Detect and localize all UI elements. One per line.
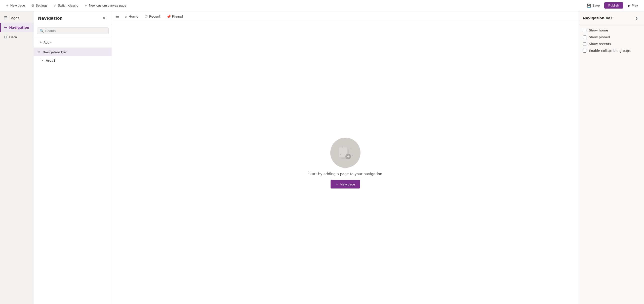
pinned-icon: 📌	[167, 15, 171, 19]
switch-classic-label: Switch classic	[58, 4, 78, 7]
new-page-canvas-button[interactable]: ＋ New page	[331, 180, 360, 188]
new-page-label: New page	[10, 4, 25, 7]
nav-bar-icon: ≡	[37, 50, 41, 54]
publish-button[interactable]: Publish	[604, 2, 623, 9]
home-icon: ⌂	[125, 15, 127, 19]
empty-illustration: + ✦ ✦ ✦ ✦	[330, 138, 360, 168]
svg-text:✦: ✦	[342, 146, 344, 148]
navigation-icon: ⇥	[4, 25, 7, 30]
settings-button[interactable]: ⚙ Settings	[29, 2, 50, 9]
close-icon: ✕	[103, 16, 106, 20]
search-icon: 🔍	[40, 29, 44, 33]
enable-collapsible-checkbox[interactable]	[583, 49, 586, 53]
new-page-plus-icon: ＋	[336, 182, 339, 186]
top-toolbar: ＋ New page ⚙ Settings ⇄ Switch classic ＋…	[0, 0, 644, 11]
new-page-canvas-label: New page	[340, 182, 355, 186]
show-recents-row[interactable]: Show recents	[583, 42, 640, 46]
play-icon: ▶	[628, 4, 630, 8]
nav-link-pinned-label: Pinned	[172, 15, 183, 18]
sidebar-item-pages[interactable]: ☰ Pages	[0, 13, 34, 23]
empty-pages-svg: + ✦ ✦ ✦ ✦	[337, 144, 354, 162]
add-label: Add	[44, 41, 49, 44]
nav-link-pinned[interactable]: 📌 Pinned	[164, 13, 186, 20]
canvas-empty: + ✦ ✦ ✦ ✦ Start by adding a page to your…	[112, 22, 579, 304]
sidebar-pages-label: Pages	[9, 16, 19, 20]
right-panel: Navigation bar ❯ Show home Show pinned S…	[579, 11, 644, 304]
play-label: Play	[632, 4, 638, 7]
gear-icon: ⚙	[31, 4, 34, 8]
right-panel-header: Navigation bar ❯	[579, 11, 644, 25]
play-button[interactable]: ▶ Play	[625, 2, 641, 9]
content-nav-header: ☰ ⌂ Home ⏱ Recent 📌 Pinned	[112, 11, 579, 22]
save-icon: 💾	[587, 4, 591, 8]
nav-link-recent[interactable]: ⏱ Recent	[142, 13, 163, 20]
plus-icon: ＋	[6, 3, 9, 8]
chevron-right-icon: ▸	[42, 59, 43, 62]
enable-collapsible-label: Enable collapsible groups	[589, 49, 631, 53]
main-area: ☰ Pages ⇥ Navigation ⊟ Data Navigation ✕…	[0, 11, 644, 304]
show-home-checkbox[interactable]	[583, 29, 586, 32]
left-sidebar: ☰ Pages ⇥ Navigation ⊟ Data	[0, 11, 34, 304]
nav-add-row: ＋ Add ▾	[34, 37, 112, 48]
right-panel-chevron-icon: ❯	[635, 16, 638, 20]
svg-text:+: +	[346, 154, 350, 159]
nav-link-recent-label: Recent	[149, 15, 160, 18]
nav-link-home[interactable]: ⌂ Home	[123, 13, 141, 20]
toolbar-right: 💾 Save Publish ▶ Play	[584, 2, 641, 9]
nav-bar-links: ⌂ Home ⏱ Recent 📌 Pinned	[123, 13, 185, 20]
new-custom-canvas-button[interactable]: ＋ New custom canvas page	[82, 2, 129, 9]
nav-link-home-label: Home	[129, 15, 138, 18]
svg-text:✦: ✦	[340, 154, 341, 156]
nav-add-button[interactable]: ＋ Add ▾	[37, 39, 54, 46]
show-recents-label: Show recents	[589, 42, 611, 46]
add-icon: ＋	[39, 40, 43, 45]
nav-search-container: 🔍	[37, 27, 109, 34]
publish-label: Publish	[608, 4, 619, 7]
plus-canvas-icon: ＋	[84, 3, 88, 8]
sidebar-item-data[interactable]: ⊟ Data	[0, 32, 34, 42]
search-input[interactable]	[45, 29, 106, 33]
show-pinned-label: Show pinned	[589, 35, 610, 39]
nav-item-navigation-bar[interactable]: ≡ Navigation bar	[34, 48, 112, 56]
settings-label: Settings	[36, 4, 48, 7]
new-custom-canvas-label: New custom canvas page	[89, 4, 126, 7]
recent-icon: ⏱	[144, 15, 148, 19]
show-recents-checkbox[interactable]	[583, 42, 586, 46]
right-panel-title: Navigation bar	[583, 16, 612, 20]
new-page-button[interactable]: ＋ New page	[3, 2, 28, 9]
nav-item-navigation-bar-label: Navigation bar	[43, 50, 67, 54]
data-icon: ⊟	[4, 35, 7, 39]
sidebar-item-navigation[interactable]: ⇥ Navigation	[0, 23, 34, 32]
nav-panel-title: Navigation	[38, 16, 63, 21]
show-home-row[interactable]: Show home	[583, 28, 640, 32]
save-label: Save	[592, 4, 600, 7]
nav-search-wrap: 🔍	[34, 25, 112, 37]
pages-icon: ☰	[4, 16, 7, 20]
switch-icon: ⇄	[54, 4, 57, 8]
enable-collapsible-row[interactable]: Enable collapsible groups	[583, 49, 640, 53]
empty-state-text: Start by adding a page to your navigatio…	[308, 172, 382, 176]
chevron-down-icon: ▾	[50, 41, 52, 44]
svg-text:✦: ✦	[350, 148, 352, 150]
switch-classic-button[interactable]: ⇄ Switch classic	[51, 2, 81, 9]
nav-list: ≡ Navigation bar ▸ Area1	[34, 48, 112, 304]
svg-text:✦: ✦	[352, 155, 353, 157]
sidebar-data-label: Data	[9, 35, 17, 39]
hamburger-icon[interactable]: ☰	[115, 14, 119, 19]
show-home-label: Show home	[589, 28, 608, 32]
show-pinned-checkbox[interactable]	[583, 35, 586, 39]
nav-panel-close-button[interactable]: ✕	[101, 15, 108, 22]
nav-item-area1-label: Area1	[46, 59, 55, 62]
sidebar-navigation-label: Navigation	[9, 26, 29, 29]
show-pinned-row[interactable]: Show pinned	[583, 35, 640, 39]
nav-item-area1[interactable]: ▸ Area1	[34, 56, 112, 65]
right-panel-close-button[interactable]: ❯	[633, 15, 640, 22]
nav-panel-header: Navigation ✕	[34, 11, 112, 25]
right-panel-section: Show home Show pinned Show recents Enabl…	[579, 25, 644, 56]
save-button[interactable]: 💾 Save	[584, 2, 603, 9]
content-area: ☰ ⌂ Home ⏱ Recent 📌 Pinned	[112, 11, 579, 304]
nav-panel: Navigation ✕ 🔍 ＋ Add ▾ ≡ Navigation bar	[34, 11, 112, 304]
